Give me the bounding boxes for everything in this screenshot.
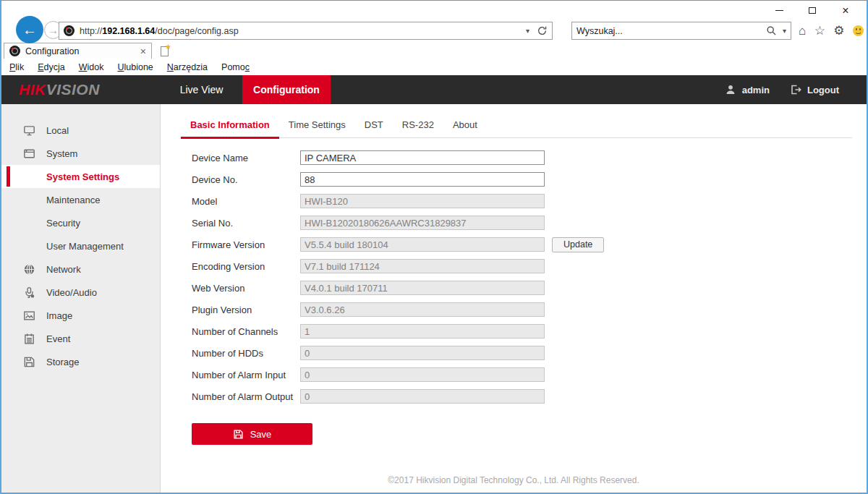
number-of-alarm-output-label: Number of Alarm Output: [192, 391, 300, 402]
plugin-version-label: Plugin Version: [192, 305, 300, 315]
sidebar: Local System System Settings Maintenance…: [1, 104, 161, 493]
menu-edycja[interactable]: Edycja: [38, 62, 65, 72]
field-row-firmware-version: Firmware Version Update: [192, 237, 867, 252]
new-tab-button[interactable]: ★: [156, 44, 174, 59]
nav-tab-configuration[interactable]: Configuration: [242, 75, 331, 104]
web-version-label: Web Version: [192, 283, 300, 294]
storage-icon: [22, 356, 35, 368]
tab-close-icon[interactable]: ×: [140, 46, 146, 57]
model-value: [300, 194, 545, 208]
sidebar-item-storage[interactable]: Storage: [1, 350, 160, 373]
new-tab-page-icon: ★: [161, 46, 169, 56]
sidebar-item-video-audio[interactable]: Video/Audio: [1, 281, 160, 304]
sidebar-item-network[interactable]: Network: [1, 257, 160, 281]
search-dropdown-icon[interactable]: ▾: [783, 27, 786, 35]
image-icon: [22, 310, 35, 322]
save-label: Save: [250, 429, 272, 440]
tab-title: Configuration: [25, 46, 140, 56]
browser-tab-configuration[interactable]: Configuration ×: [4, 43, 152, 59]
browser-menubar: Plik Edycja Widok Ulubione Narzędzia Pom…: [1, 59, 867, 75]
browser-window: × ← → http://192.168.1.64/doc/page/confi…: [0, 0, 868, 494]
serial-no-label: Serial No.: [192, 218, 300, 229]
forward-arrow-icon: →: [48, 24, 59, 36]
menu-ulubione[interactable]: Ulubione: [117, 62, 153, 72]
field-row-number-of-hdds: Number of HDDs: [192, 346, 867, 360]
close-button[interactable]: ×: [829, 1, 862, 20]
tab-about[interactable]: About: [443, 114, 487, 137]
tab-rs-232[interactable]: RS-232: [393, 114, 443, 137]
sidebar-item-local[interactable]: Local: [1, 119, 160, 142]
menu-widok[interactable]: Widok: [79, 62, 104, 72]
field-row-number-of-alarm-output: Number of Alarm Output: [192, 389, 867, 404]
microphone-icon: [22, 286, 35, 299]
search-icon[interactable]: [766, 25, 777, 36]
home-icon[interactable]: ⌂: [799, 24, 806, 38]
user-menu[interactable]: admin: [725, 84, 770, 95]
main-content: Basic Information Time Settings DST RS-2…: [161, 104, 867, 493]
back-arrow-icon: ←: [22, 22, 37, 38]
number-of-hdds-value: [300, 346, 545, 360]
encoding-version-label: Encoding Version: [192, 261, 300, 272]
number-of-channels-label: Number of Channels: [192, 326, 300, 337]
refresh-icon[interactable]: [537, 25, 548, 36]
search-bar[interactable]: ▾: [571, 22, 791, 40]
save-button[interactable]: Save: [192, 423, 312, 445]
tab-time-settings[interactable]: Time Settings: [279, 114, 355, 137]
tab-favicon-camera-icon: [9, 46, 20, 56]
active-indicator-bar: [7, 166, 10, 187]
firmware-version-label: Firmware Version: [192, 239, 300, 250]
tab-dst[interactable]: DST: [355, 114, 393, 137]
logout-button[interactable]: Logout: [790, 84, 839, 95]
event-icon: [22, 333, 35, 345]
back-button[interactable]: ←: [16, 16, 43, 43]
device-name-input[interactable]: [300, 150, 545, 165]
model-label: Model: [192, 196, 300, 207]
sidebar-item-maintenance[interactable]: Maintenance: [1, 188, 160, 211]
sidebar-item-system-settings[interactable]: System Settings: [1, 165, 160, 188]
minimize-button[interactable]: [762, 1, 796, 20]
feedback-smiley-icon[interactable]: [853, 25, 864, 36]
tab-basic-information[interactable]: Basic Information: [181, 114, 279, 137]
sidebar-item-system[interactable]: System: [1, 142, 160, 165]
logout-label: Logout: [807, 85, 839, 95]
logout-icon: [790, 84, 801, 95]
field-row-web-version: Web Version: [192, 281, 867, 295]
hikvision-logo: HIKVISION: [19, 75, 161, 104]
field-row-serial-no: Serial No.: [192, 216, 867, 230]
user-icon: [725, 84, 736, 95]
number-of-hdds-label: Number of HDDs: [192, 348, 300, 359]
number-of-alarm-input-value: [300, 367, 545, 382]
menu-pomoc[interactable]: Pomoc: [221, 62, 250, 72]
encoding-version-value: [300, 259, 545, 273]
username: admin: [742, 85, 770, 95]
sidebar-item-security[interactable]: Security: [1, 211, 160, 234]
window-icon: [22, 148, 35, 160]
search-input[interactable]: [576, 26, 766, 36]
settings-gear-icon[interactable]: ⚙: [833, 23, 844, 38]
maximize-button[interactable]: [796, 1, 829, 20]
nav-tab-live-view[interactable]: Live View: [161, 75, 242, 104]
app-header: HIKVISION Live View Configuration admin …: [1, 75, 867, 104]
plugin-version-value: [300, 302, 545, 317]
address-bar[interactable]: http://192.168.1.64/doc/page/config.asp …: [59, 22, 553, 40]
field-row-encoding-version: Encoding Version: [192, 259, 867, 273]
sidebar-item-image[interactable]: Image: [1, 304, 160, 327]
monitor-icon: [22, 124, 35, 137]
sidebar-item-user-management[interactable]: User Management: [1, 234, 160, 257]
serial-no-value: [300, 216, 545, 230]
basic-information-form: Device Name Device No. Model Serial No. …: [192, 150, 867, 404]
field-row-device-no: Device No.: [192, 172, 867, 187]
device-no-input[interactable]: [300, 172, 545, 187]
sidebar-item-event[interactable]: Event: [1, 327, 160, 350]
web-version-value: [300, 281, 545, 295]
favorites-star-icon[interactable]: ☆: [814, 23, 825, 38]
number-of-alarm-input-label: Number of Alarm Input: [192, 370, 300, 380]
menu-narzedzia[interactable]: Narzędzia: [167, 62, 208, 72]
close-icon: ×: [842, 5, 848, 17]
field-row-device-name: Device Name: [192, 150, 867, 165]
device-name-label: Device Name: [192, 153, 300, 163]
field-row-number-of-alarm-input: Number of Alarm Input: [192, 367, 867, 382]
menu-plik[interactable]: Plik: [9, 62, 24, 72]
address-dropdown-icon[interactable]: ▾: [526, 27, 529, 35]
update-button[interactable]: Update: [552, 237, 604, 252]
